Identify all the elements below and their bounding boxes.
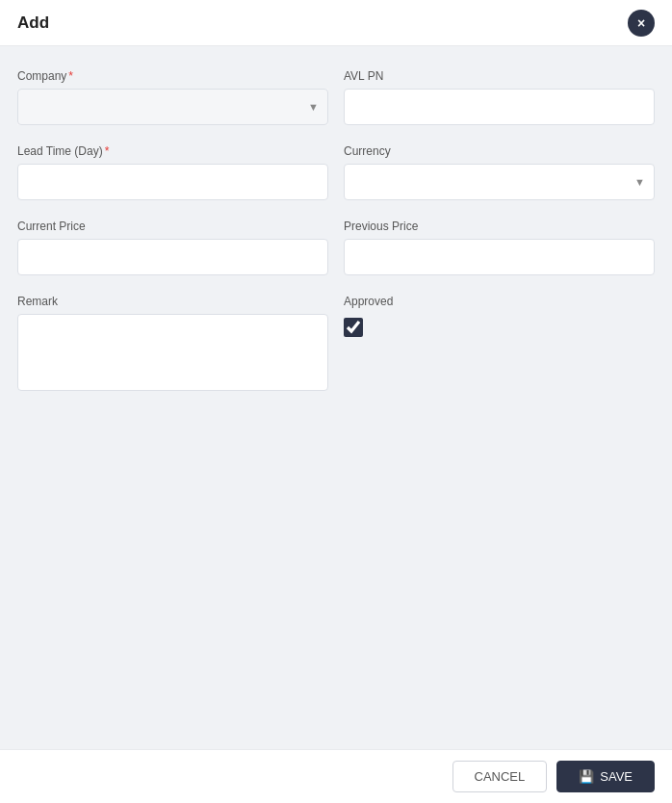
form-group-company: Company* ▼ (17, 69, 328, 125)
form-group-lead-time: Lead Time (Day)* (17, 144, 328, 200)
company-required-star: * (68, 69, 73, 83)
remark-textarea[interactable] (17, 314, 328, 391)
current-price-label: Current Price (17, 220, 328, 233)
save-label: SAVE (600, 769, 633, 784)
previous-price-input[interactable] (344, 239, 655, 275)
lead-time-label: Lead Time (Day)* (17, 144, 328, 158)
modal-container: Add × Company* ▼ AVL PN (0, 0, 672, 803)
avl-pn-label: AVL PN (344, 69, 655, 83)
remark-label: Remark (17, 295, 328, 308)
form-group-current-price: Current Price (17, 220, 328, 275)
save-button[interactable]: 💾 SAVE (556, 761, 655, 792)
form-group-approved: Approved (344, 295, 655, 391)
modal-body: Company* ▼ AVL PN Lead Time (Day)* (0, 46, 672, 749)
close-button[interactable]: × (628, 10, 655, 37)
avl-pn-input[interactable] (344, 89, 655, 125)
previous-price-label: Previous Price (344, 220, 655, 233)
form-row-3: Current Price Previous Price (17, 220, 655, 275)
form-group-currency: Currency ▼ (344, 144, 655, 200)
form-group-previous-price: Previous Price (344, 220, 655, 275)
current-price-input[interactable] (17, 239, 328, 275)
form-row-1: Company* ▼ AVL PN (17, 69, 655, 125)
close-icon: × (637, 15, 645, 31)
company-select-wrapper: ▼ (17, 89, 328, 125)
currency-select-wrapper: ▼ (344, 164, 655, 200)
form-row-2: Lead Time (Day)* Currency ▼ (17, 144, 655, 200)
lead-time-required-star: * (105, 144, 110, 158)
company-select[interactable] (17, 89, 328, 125)
form-row-4: Remark Approved (17, 295, 655, 391)
modal-header: Add × (0, 0, 672, 46)
currency-label: Currency (344, 144, 655, 158)
cancel-button[interactable]: CANCEL (452, 761, 548, 792)
currency-select[interactable] (344, 164, 655, 200)
company-label: Company* (17, 69, 328, 83)
form-group-remark: Remark (17, 295, 328, 391)
approved-checkbox[interactable] (344, 318, 363, 337)
save-icon: 💾 (579, 769, 594, 784)
modal-title: Add (17, 13, 49, 33)
approved-checkbox-wrapper (344, 318, 655, 337)
lead-time-input[interactable] (17, 164, 328, 200)
form-group-avl-pn: AVL PN (344, 69, 655, 125)
modal-footer: CANCEL 💾 SAVE (0, 749, 672, 803)
approved-label: Approved (344, 295, 655, 308)
